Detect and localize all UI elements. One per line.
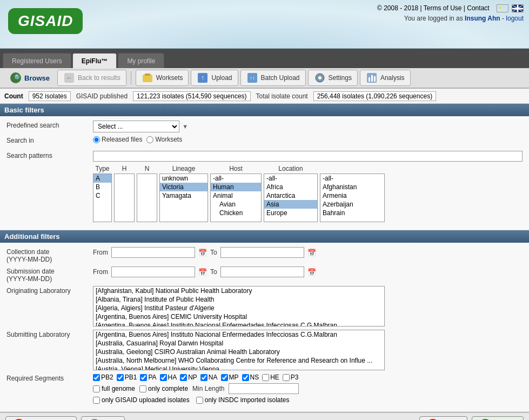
segment-NP[interactable]: NP — [180, 374, 197, 381]
list-item[interactable]: Human — [211, 183, 261, 191]
list-item[interactable]: [Australia, North Melbourne] WHO Collabo… — [93, 356, 384, 365]
settings-button[interactable]: Settings — [308, 70, 358, 86]
list-item[interactable]: [Afghanistan, Kabul] National Public Hea… — [93, 286, 384, 295]
analysis-button[interactable]: Analysis — [360, 70, 411, 86]
logout-link[interactable]: logout — [506, 15, 524, 22]
segment-HA[interactable]: HA — [160, 374, 177, 381]
list-item[interactable]: Victoria — [160, 183, 207, 191]
collection-to-calendar-icon[interactable] — [307, 248, 316, 257]
batch-upload-button[interactable]: ↑↑ Batch Upload — [240, 70, 306, 86]
list-item[interactable]: Europe — [264, 209, 317, 217]
list-item[interactable]: -all- — [320, 174, 384, 183]
segment-NP-checkbox[interactable] — [180, 374, 187, 381]
full-genome-label[interactable]: full genome — [93, 385, 135, 392]
location-listbox1[interactable]: -all- Africa Antarctica Asia Europe — [264, 174, 318, 222]
collection-from-input[interactable] — [111, 247, 195, 258]
segment-PB1-checkbox[interactable] — [117, 374, 124, 381]
submission-to-calendar-icon[interactable] — [307, 268, 316, 276]
only-complete-checkbox[interactable] — [139, 385, 146, 392]
location-listbox2[interactable]: -all- Afghanistan Armenia Azerbaijan Bah… — [320, 174, 385, 222]
list-item[interactable]: unknown — [160, 174, 207, 183]
only-gisaid-checkbox[interactable] — [93, 397, 100, 404]
segment-PA-checkbox[interactable] — [140, 374, 147, 381]
list-item[interactable]: Bahrain — [320, 209, 384, 217]
radio-worksets-label[interactable]: Worksets — [146, 136, 182, 143]
list-item[interactable]: Africa — [264, 183, 317, 191]
collection-to-input[interactable] — [220, 247, 304, 258]
submission-from-calendar-icon[interactable] — [198, 268, 207, 276]
segment-P3[interactable]: P3 — [283, 374, 299, 381]
segment-MP[interactable]: MP — [221, 374, 239, 381]
back-to-results-button[interactable]: ← Back to results — [57, 70, 126, 86]
originating-lab-listbox[interactable]: [Afghanistan, Kabul] National Public Hea… — [93, 286, 385, 326]
search-patterns-input[interactable] — [93, 151, 523, 162]
list-item[interactable]: Avian — [211, 200, 261, 209]
segment-NS-checkbox[interactable] — [242, 374, 249, 381]
list-item[interactable]: Afghanistan — [320, 183, 384, 191]
reset-button[interactable]: ✕ Reset — [419, 416, 467, 420]
only-insdc-checkbox[interactable] — [196, 397, 203, 404]
type-listbox[interactable]: A B C — [93, 174, 112, 222]
tab-my-profile[interactable]: My profile — [118, 53, 164, 68]
predefined-search-select[interactable]: Select ... — [93, 121, 179, 132]
help-button[interactable]: ? Help — [81, 416, 125, 420]
lineage-listbox[interactable]: unknown Victoria Yamagata — [159, 174, 208, 222]
segment-NS[interactable]: NS — [242, 374, 259, 381]
only-insdc-label[interactable]: only INSDC imported isolates — [196, 396, 290, 404]
list-item[interactable]: -all- — [264, 174, 317, 183]
segment-NA[interactable]: NA — [200, 374, 218, 381]
tab-epiflu[interactable]: EpiFlu™ — [72, 53, 117, 68]
segment-PB1[interactable]: PB1 — [117, 374, 137, 381]
list-item[interactable]: A — [93, 174, 111, 183]
collection-from-calendar-icon[interactable] — [198, 248, 207, 257]
segment-P3-checkbox[interactable] — [283, 374, 290, 381]
upload-button[interactable]: ↑ Upload — [191, 70, 238, 86]
h-listbox[interactable] — [114, 174, 135, 222]
list-item[interactable]: [Austria, Vienna] Medical University Vie… — [93, 365, 384, 370]
segment-HE[interactable]: HE — [262, 374, 279, 381]
list-item[interactable]: Antarctica — [264, 191, 317, 200]
n-listbox[interactable] — [137, 174, 157, 222]
list-item[interactable]: [Albania, Tirana] Institute of Public He… — [93, 295, 384, 304]
segment-PA[interactable]: PA — [140, 374, 156, 381]
list-item[interactable]: Chicken — [211, 209, 261, 217]
host-listbox[interactable]: -all- Human Animal Avian Chicken — [210, 174, 262, 222]
segment-PB2[interactable]: PB2 — [93, 374, 113, 381]
search-button[interactable]: Search — [472, 416, 524, 420]
list-item[interactable]: Armenia — [320, 191, 384, 200]
submitting-lab-listbox[interactable]: [Argentina, Buenos Aires] Instituto Naci… — [93, 330, 385, 370]
browse-button[interactable]: 🔎 Browse — [4, 70, 55, 85]
worksets-button[interactable]: Worksets — [136, 70, 189, 86]
segment-HE-checkbox[interactable] — [262, 374, 269, 381]
list-item[interactable]: [Australia, Casuarina] Royal Darwin Hosp… — [93, 339, 384, 348]
list-item[interactable]: B — [93, 183, 111, 191]
radio-worksets[interactable] — [146, 136, 153, 143]
min-length-input[interactable] — [229, 383, 299, 394]
chinese-flag-icon[interactable]: ★ — [497, 4, 508, 12]
list-item[interactable]: [Algeria, Algiers] Institut Pasteur d'Al… — [93, 304, 384, 312]
list-item[interactable]: Yamagata — [160, 191, 207, 200]
only-complete-label[interactable]: only complete — [139, 385, 188, 392]
full-genome-checkbox[interactable] — [93, 385, 100, 392]
tab-registered-users[interactable]: Registered Users — [3, 53, 71, 68]
segment-HA-checkbox[interactable] — [160, 374, 167, 381]
list-item[interactable]: [Australia, Geelong] CSIRO Australian An… — [93, 348, 384, 356]
list-item[interactable]: Azerbaijan — [320, 200, 384, 209]
submission-from-input[interactable] — [111, 266, 195, 277]
submission-to-input[interactable] — [220, 266, 304, 277]
uk-flag-icon[interactable] — [512, 4, 524, 12]
list-item[interactable]: [Argentina, Buenos Aires] CEMIC Universi… — [93, 312, 384, 321]
list-item[interactable]: Asia — [264, 200, 317, 209]
list-item[interactable]: C — [93, 191, 111, 200]
segment-PB2-checkbox[interactable] — [93, 374, 100, 381]
list-item[interactable]: -all- — [211, 174, 261, 183]
radio-released-label[interactable]: Released files — [93, 136, 142, 143]
segment-MP-checkbox[interactable] — [221, 374, 228, 381]
list-item[interactable]: [Argentina, Buenos Aires] Instituto Naci… — [93, 330, 384, 339]
list-item[interactable]: [Argentina, Buenos Aires] Instituto Naci… — [93, 321, 384, 326]
list-item[interactable]: Animal — [211, 191, 261, 200]
only-gisaid-label[interactable]: only GISAID uploaded isolates — [93, 396, 190, 404]
segment-NA-checkbox[interactable] — [200, 374, 207, 381]
radio-released-files[interactable] — [93, 136, 100, 143]
new-features-button[interactable]: ★ New features — [5, 416, 77, 420]
